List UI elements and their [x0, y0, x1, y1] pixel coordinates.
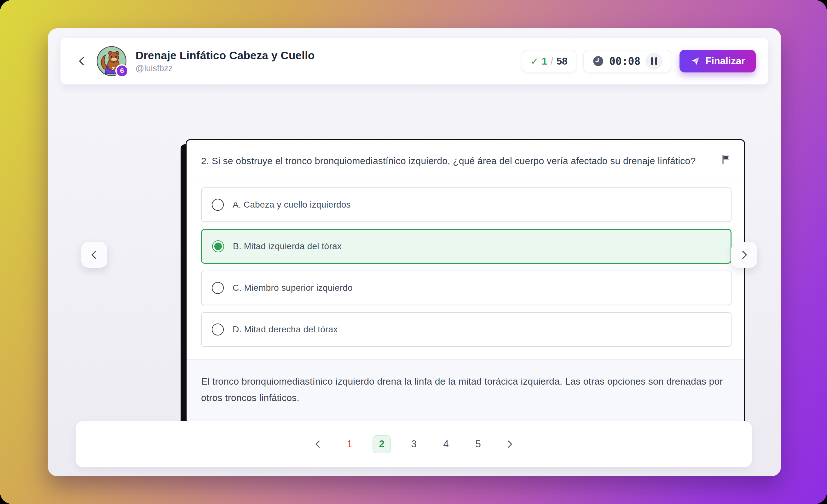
avatar-shirt-symbol: Σ — [112, 66, 115, 71]
chevron-right-icon — [739, 249, 749, 260]
progress-separator: / — [550, 55, 553, 67]
pagination-bar: 1 2 3 4 5 — [76, 421, 752, 467]
next-question-button[interactable] — [731, 242, 757, 268]
question-card: 2. Si se obstruye el tronco bronquiomedi… — [186, 139, 745, 424]
option-c[interactable]: C. Miembro superior izquierdo — [201, 270, 731, 305]
send-icon — [690, 56, 700, 66]
radio-icon[interactable] — [212, 323, 224, 336]
pause-button[interactable] — [645, 53, 663, 69]
main-app-card: Σ 6 Drenaje Linfático Cabeza y Cuello @l… — [48, 28, 781, 476]
progress-counter: ✓ 1 / 58 — [522, 50, 576, 72]
option-d-label: D. Mitad derecha del tórax — [233, 324, 338, 335]
explanation-text: El tronco bronquiomediastínico izquierdo… — [187, 359, 744, 423]
flag-question-button[interactable] — [720, 154, 731, 165]
question-text: 2. Si se obstruye el tronco bronquiomedi… — [201, 153, 696, 169]
finish-button[interactable]: Finalizar — [680, 50, 756, 72]
option-a[interactable]: A. Cabeza y cuello izquierdos — [201, 188, 731, 222]
pagination-next-button[interactable] — [501, 436, 518, 453]
flag-icon — [720, 154, 731, 165]
chevron-left-icon — [89, 249, 100, 260]
radio-icon[interactable] — [212, 199, 224, 211]
level-badge: 6 — [115, 64, 129, 78]
timer: 00:08 — [583, 50, 671, 72]
avatar: Σ 6 — [96, 46, 127, 76]
radio-icon[interactable] — [212, 282, 224, 294]
options-list: A. Cabeza y cuello izquierdos B. Mitad i… — [187, 179, 744, 359]
chevron-right-icon — [505, 440, 514, 449]
timer-value: 00:08 — [609, 55, 640, 67]
option-b[interactable]: B. Mitad izquierda del tórax — [201, 229, 731, 264]
option-c-label: C. Miembro superior izquierdo — [233, 283, 353, 293]
page-1-button[interactable]: 1 — [340, 435, 359, 453]
option-a-label: A. Cabeza y cuello izquierdos — [233, 200, 351, 210]
back-button[interactable] — [73, 52, 91, 70]
previous-question-button[interactable] — [81, 242, 107, 268]
page-5-button[interactable]: 5 — [469, 435, 487, 453]
pagination-prev-button[interactable] — [309, 436, 327, 453]
progress-total: 58 — [556, 55, 568, 67]
option-b-label: B. Mitad izquierda del tórax — [233, 241, 342, 251]
quiz-title: Drenaje Linfático Cabeza y Cuello — [136, 49, 315, 62]
progress-current: 1 — [542, 55, 547, 67]
app-background: Σ 6 Drenaje Linfático Cabeza y Cuello @l… — [0, 0, 827, 504]
quiz-author-handle: @luisfbzz — [136, 64, 315, 73]
page-2-button[interactable]: 2 — [373, 435, 391, 453]
finish-button-label: Finalizar — [706, 55, 745, 67]
top-bar: Σ 6 Drenaje Linfático Cabeza y Cuello @l… — [60, 38, 768, 85]
title-block: Drenaje Linfático Cabeza y Cuello @luisf… — [136, 49, 315, 73]
chevron-left-icon — [313, 440, 323, 449]
radio-selected-icon[interactable] — [212, 240, 224, 252]
page-4-button[interactable]: 4 — [437, 435, 455, 453]
page-3-button[interactable]: 3 — [405, 435, 423, 453]
check-icon: ✓ — [530, 56, 538, 67]
clock-icon — [592, 55, 604, 67]
chevron-left-icon — [77, 56, 87, 66]
option-d[interactable]: D. Mitad derecha del tórax — [201, 312, 731, 347]
